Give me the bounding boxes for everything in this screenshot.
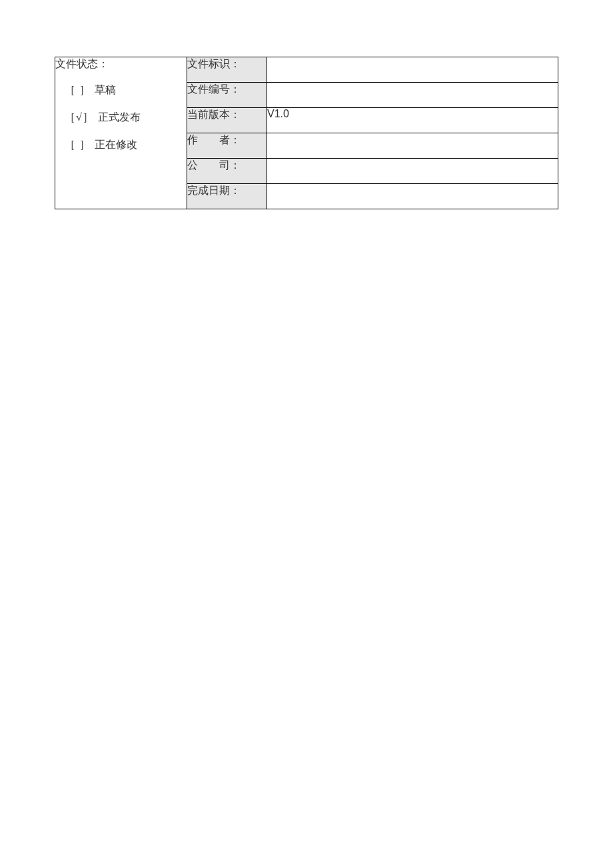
label-version: 当前版本： [187,108,267,133]
status-label-draft: 草稿 [95,83,116,97]
checkbox-modifying: ［ ］ [65,138,91,152]
value-company [267,159,558,184]
status-option-draft: ［ ］ 草稿 [55,83,187,97]
document-info-table: 文件状态： ［ ］ 草稿 ［√］ 正式发布 ［ ］ 正在修改 文件标识： 文件编… [55,57,558,209]
status-option-published: ［√］ 正式发布 [55,111,187,125]
value-version: V1.0 [267,108,558,133]
checkbox-published: ［√］ [65,111,94,125]
label-company: 公 司： [187,159,267,184]
value-identifier [267,57,558,83]
value-author [267,133,558,159]
label-identifier: 文件标识： [187,57,267,83]
value-number [267,83,558,108]
label-completion-date: 完成日期： [187,184,267,209]
file-status-header: 文件状态： [55,57,187,71]
status-option-modifying: ［ ］ 正在修改 [55,138,187,152]
value-completion-date [267,184,558,209]
label-number: 文件编号： [187,83,267,108]
file-status-cell: 文件状态： ［ ］ 草稿 ［√］ 正式发布 ［ ］ 正在修改 [55,57,187,209]
status-label-published: 正式发布 [98,111,141,125]
label-author: 作 者： [187,133,267,159]
status-label-modifying: 正在修改 [95,138,137,152]
checkbox-draft: ［ ］ [65,83,91,97]
